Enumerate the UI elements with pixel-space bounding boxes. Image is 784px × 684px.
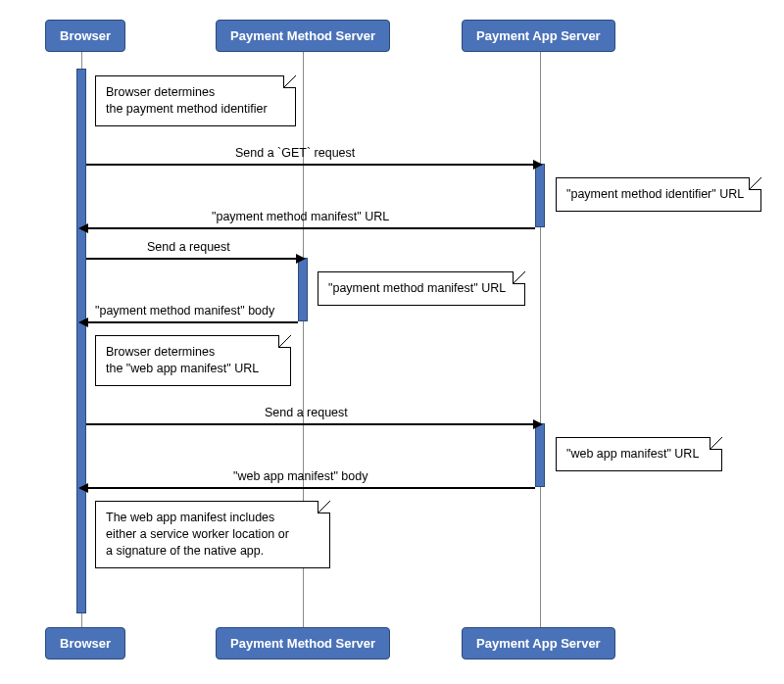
arrowhead-m2	[78, 223, 88, 233]
note-determines-wam: Browser determines the "web app manifest…	[95, 335, 291, 386]
msg-wam-body: "web app manifest" body	[233, 469, 368, 483]
arrow-m3	[86, 258, 298, 260]
note-line: Browser determines	[106, 345, 215, 359]
activation-pas-1	[535, 164, 545, 227]
lifeline-pas	[540, 49, 541, 637]
participant-pas-bottom: Payment App Server	[462, 627, 615, 660]
msg-pmm-url: "payment method manifest" URL	[212, 210, 389, 223]
note-text: "payment method identifier" URL	[566, 187, 744, 201]
note-wam-includes: The web app manifest includes either a s…	[95, 501, 330, 568]
participant-browser-bottom: Browser	[45, 627, 125, 660]
activation-pas-2	[535, 423, 545, 487]
arrowhead-m6	[78, 483, 88, 493]
arrowhead-m4	[78, 318, 88, 327]
note-determines-pmi: Browser determines the payment method id…	[95, 75, 296, 126]
note-line: The web app manifest includes	[106, 511, 274, 524]
note-pmm-url: "payment method manifest" URL	[318, 271, 525, 306]
arrow-m5	[86, 423, 535, 425]
activation-pms	[298, 258, 308, 321]
msg-send-req-pms: Send a request	[147, 240, 230, 254]
activation-browser	[76, 69, 86, 613]
note-text: "payment method manifest" URL	[328, 281, 506, 295]
note-line: Browser determines	[106, 85, 215, 99]
arrow-m6	[86, 487, 535, 489]
note-pmi-url: "payment method identifier" URL	[556, 177, 761, 212]
participant-pms-bottom: Payment Method Server	[216, 627, 390, 660]
arrow-m4	[86, 321, 298, 323]
arrow-m2	[86, 227, 535, 229]
msg-send-get: Send a `GET` request	[235, 146, 355, 160]
arrowhead-m3	[296, 254, 306, 264]
note-wam-url: "web app manifest" URL	[556, 437, 722, 471]
note-text: "web app manifest" URL	[566, 447, 699, 461]
arrowhead-m5	[533, 419, 543, 429]
msg-send-req-pas: Send a request	[265, 406, 348, 419]
participant-browser-top: Browser	[45, 20, 125, 52]
note-line: a signature of the native app.	[106, 544, 264, 558]
msg-pmm-body: "payment method manifest" body	[95, 304, 274, 318]
participant-pms-top: Payment Method Server	[216, 20, 390, 52]
participant-pas-top: Payment App Server	[462, 20, 615, 52]
arrowhead-m1	[533, 160, 543, 170]
arrow-m1	[86, 164, 535, 166]
note-line: either a service worker location or	[106, 527, 289, 541]
note-line: the payment method identifier	[106, 102, 268, 116]
note-line: the "web app manifest" URL	[106, 362, 259, 375]
